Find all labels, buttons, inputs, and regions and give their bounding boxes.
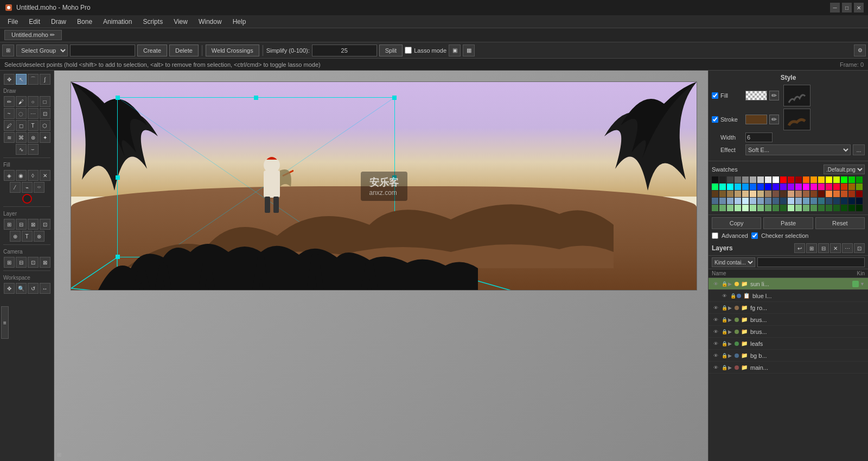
swatch-cell[interactable] — [788, 184, 794, 190]
layer-item-fg[interactable]: 👁 🔒 ▶ 📁 fg ro... — [709, 302, 868, 314]
fill-color-swatch[interactable] — [745, 91, 767, 100]
tool-move[interactable]: ✥ — [4, 74, 15, 85]
menu-bone[interactable]: Bone — [72, 17, 98, 27]
swatch-cell[interactable] — [712, 191, 718, 197]
swatch-cell[interactable] — [803, 198, 809, 204]
swatch-cell[interactable] — [788, 191, 794, 197]
tool-camera1[interactable]: ⊞ — [4, 257, 15, 268]
swatch-cell[interactable] — [750, 198, 756, 204]
swatch-cell[interactable] — [750, 184, 756, 190]
tool-curve2[interactable]: ∿ — [16, 144, 27, 155]
swatch-cell[interactable] — [742, 198, 749, 204]
swatch-cell[interactable] — [765, 205, 771, 211]
toolbar-right-icon[interactable]: ⚙ — [854, 45, 866, 56]
layer-lock-fg[interactable]: 🔒 — [720, 304, 728, 312]
swatch-cell[interactable] — [750, 191, 756, 197]
swatch-cell[interactable] — [742, 184, 749, 190]
swatch-cell[interactable] — [780, 205, 787, 211]
swatch-cell[interactable] — [780, 191, 787, 197]
layer-lock-brus2[interactable]: 🔒 — [720, 328, 728, 336]
swatch-cell[interactable] — [765, 198, 771, 204]
swatch-cell[interactable] — [795, 191, 802, 197]
tool-fill5[interactable]: ∕ — [10, 182, 21, 193]
swatch-cell[interactable] — [757, 205, 764, 211]
layer-vis-fg[interactable]: 👁 — [712, 304, 719, 312]
tool-fill2[interactable]: ◉ — [16, 170, 27, 181]
swatch-cell[interactable] — [727, 176, 733, 183]
swatch-cell[interactable] — [712, 198, 718, 204]
fill-checkbox[interactable] — [712, 92, 718, 99]
tool-layer5[interactable]: ⊕ — [10, 231, 21, 242]
split-button[interactable]: Split — [379, 45, 403, 56]
menu-view[interactable]: View — [168, 17, 193, 27]
delete-button[interactable]: Delete — [169, 45, 199, 56]
layer-vis-bgb[interactable]: 👁 — [712, 352, 719, 359]
swatch-cell[interactable] — [856, 191, 863, 197]
swatch-cell[interactable] — [833, 205, 840, 211]
weld-crossings-button[interactable]: Weld Crossings — [206, 45, 259, 56]
layer-expand-icon[interactable]: ▶ — [728, 281, 733, 287]
document-tab[interactable]: Untitled.moho ✏ — [4, 30, 62, 40]
swatch-cell[interactable] — [712, 205, 718, 211]
swatch-cell[interactable] — [735, 191, 741, 197]
menu-edit[interactable]: Edit — [23, 17, 46, 27]
swatch-cell[interactable] — [818, 205, 825, 211]
layer-lock-main[interactable]: 🔒 — [720, 364, 728, 371]
swatch-cell[interactable] — [833, 176, 840, 183]
swatch-cell[interactable] — [788, 205, 794, 211]
swatch-cell[interactable] — [810, 205, 817, 211]
tool-camera4[interactable]: ⊠ — [40, 257, 50, 268]
swatch-cell[interactable] — [765, 184, 771, 190]
lasso-mode-checkbox[interactable] — [405, 47, 412, 54]
canvas-area[interactable]: 安乐客 anxz.com ⊞ — [54, 71, 708, 461]
swatch-cell[interactable] — [833, 184, 840, 190]
width-input[interactable] — [745, 132, 773, 142]
minimize-button[interactable]: ─ — [830, 3, 840, 12]
tool-layer4[interactable]: ⊡ — [40, 219, 50, 230]
swatch-cell[interactable] — [757, 198, 764, 204]
layer-lock-brus1[interactable]: 🔒 — [720, 316, 728, 324]
tool-paint[interactable]: 🖊 — [4, 120, 15, 131]
tool-select[interactable]: ↖ — [16, 74, 27, 85]
tool-ws3[interactable]: ↺ — [28, 283, 39, 294]
toolbar-icon-a[interactable]: ▣ — [449, 45, 461, 56]
layer-vis-brus1[interactable]: 👁 — [712, 316, 719, 324]
swatch-cell[interactable] — [757, 191, 764, 197]
tool-rect[interactable]: □ — [40, 96, 50, 107]
layer-expand-fg[interactable]: ▶ — [728, 305, 733, 311]
tool-side-btn[interactable]: ≡ — [1, 306, 9, 339]
simplify-value-input[interactable] — [312, 45, 377, 56]
tool-pen[interactable]: ✏ — [4, 96, 15, 107]
swatch-cell[interactable] — [848, 184, 855, 190]
tool-fill6[interactable]: ⌁ — [22, 182, 33, 193]
swatch-cell[interactable] — [795, 184, 802, 190]
swatch-cell[interactable] — [735, 184, 741, 190]
layer-item-main[interactable]: 👁 🔒 ▶ 📁 main... — [709, 362, 868, 374]
swatch-cell[interactable] — [856, 205, 863, 211]
layer-expand-main[interactable]: ▶ — [728, 365, 733, 370]
swatch-cell[interactable] — [742, 191, 749, 197]
tool-warp[interactable]: ⬡ — [40, 120, 50, 131]
swatch-cell[interactable] — [735, 205, 741, 211]
toolbar-icon-left[interactable]: ⊞ — [2, 45, 14, 56]
layer-btn-6[interactable]: ⊡ — [854, 243, 865, 253]
tool-circle[interactable]: ○ — [28, 96, 39, 107]
tool-layer6[interactable]: T — [22, 231, 33, 242]
layer-item-bgb[interactable]: 👁 🔒 ▶ 📁 bg b... — [709, 350, 868, 362]
layer-item-brus2[interactable]: 👁 🔒 ▶ 📁 brus... — [709, 326, 868, 338]
tool-fill7[interactable]: ⌔ — [34, 182, 44, 193]
swatch-cell[interactable] — [826, 198, 832, 204]
swatch-cell[interactable] — [818, 184, 825, 190]
swatch-cell[interactable] — [719, 176, 726, 183]
swatch-cell[interactable] — [826, 176, 832, 183]
swatch-cell[interactable] — [803, 176, 809, 183]
swatch-cell[interactable] — [780, 176, 787, 183]
layer-vis-blue[interactable]: 👁 — [720, 292, 728, 300]
swatch-cell[interactable] — [765, 191, 771, 197]
menu-help[interactable]: Help — [227, 17, 252, 27]
swatch-cell[interactable] — [773, 191, 779, 197]
swatch-cell[interactable] — [780, 184, 787, 190]
menu-file[interactable]: File — [2, 17, 23, 27]
layer-lock-blue[interactable]: 🔒 — [729, 292, 737, 300]
swatch-cell[interactable] — [826, 191, 832, 197]
